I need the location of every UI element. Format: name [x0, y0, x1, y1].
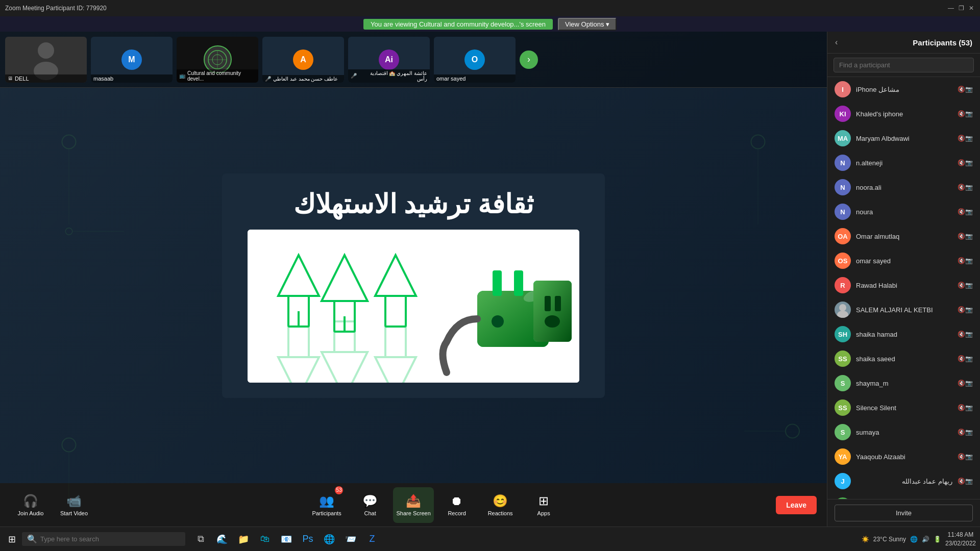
- close-button[interactable]: ✕: [968, 5, 975, 12]
- panel-collapse-button[interactable]: ‹: [835, 38, 838, 47]
- svg-rect-35: [493, 270, 502, 296]
- view-options-button[interactable]: View Options ▾: [558, 18, 617, 31]
- taskbar-app-outlook[interactable]: 📨: [340, 529, 361, 549]
- participant-icons-rawad: 🔇📷: [958, 282, 973, 289]
- participant-icons-nalteneji: 🔇📷: [958, 159, 973, 166]
- taskbar-app-explorer[interactable]: 📁: [233, 529, 254, 549]
- participant-name-yaaqoub: Yaaqoub Alzaabi: [856, 453, 952, 461]
- self-name-label: DELL: [15, 76, 29, 82]
- participant-item-noura[interactable]: N noura 🔇📷: [827, 199, 980, 224]
- participant-icons-shaikasaeed: 🔇📷: [958, 355, 973, 362]
- restore-button[interactable]: ❐: [958, 5, 965, 12]
- participant-item-reham[interactable]: J ريهام عماد عبدالله 🔇📷: [827, 469, 980, 493]
- svg-rect-40: [533, 281, 572, 342]
- participant-item-yaaqoub[interactable]: YA Yaaqoub Alzaabi 🔇📷: [827, 444, 980, 469]
- taskbar-time: 11:48 AM: [945, 531, 976, 539]
- participants-icon: 👥: [319, 494, 334, 508]
- participant-thumb-aisha: Ai 🎤 عائشة المهري 🏫 اقتصادية رأس: [348, 37, 430, 83]
- participant-item-iphone[interactable]: I iPhone مشاعل 🔇📷: [827, 77, 980, 102]
- minimize-button[interactable]: —: [947, 5, 954, 12]
- thumb-avatar-omar: O: [464, 49, 485, 70]
- participant-item-khaleds[interactable]: KI Khaled's iphone 🔇📷: [827, 102, 980, 126]
- share-screen-button[interactable]: 📤 Share Screen: [393, 487, 434, 523]
- slide-title: ثقافة ترشيد الاستهلاك: [293, 189, 533, 219]
- invite-button[interactable]: Invite: [835, 505, 973, 521]
- thumb-name-cultural: 📺 Cultural and community devel...: [177, 69, 258, 83]
- participant-avatar-nalteneji: N: [835, 155, 851, 171]
- participant-icons-maryam: 🔇📷: [958, 135, 973, 142]
- participant-search-area: [827, 54, 980, 77]
- participant-item-nalteneji[interactable]: N n.alteneji 🔇📷: [827, 151, 980, 175]
- participant-item-aatef[interactable]: E عاطف حسن محمد عبد العاطي 🔇📷: [827, 493, 980, 499]
- taskbar-date: 23/02/2022: [945, 539, 976, 548]
- start-video-button[interactable]: 📹 Start Video: [54, 487, 94, 523]
- taskbar-app-chrome[interactable]: 🌐: [319, 529, 339, 549]
- next-participant-button[interactable]: ›: [520, 51, 538, 69]
- participant-item-omarsayed[interactable]: OS omar sayed 🔇📷: [827, 248, 980, 273]
- participant-item-rawad[interactable]: R Rawad Halabi 🔇📷: [827, 273, 980, 297]
- taskbar-app-edge[interactable]: 🌊: [212, 529, 232, 549]
- participant-item-salem[interactable]: SALEM ALJARI AL KETBI 🔇📷: [827, 297, 980, 322]
- taskbar-app-mail[interactable]: 📧: [276, 529, 297, 549]
- participant-item-nooraali[interactable]: N noora.ali 🔇📷: [827, 175, 980, 199]
- taskbar-app-ps[interactable]: Ps: [298, 529, 318, 549]
- slide-illustration-icon: [248, 230, 579, 383]
- start-video-label: Start Video: [60, 510, 88, 516]
- participant-item-sumaya[interactable]: S sumaya 🔇📷: [827, 420, 980, 444]
- windows-start-button[interactable]: ⊞: [4, 532, 20, 547]
- participant-search-input[interactable]: [834, 58, 974, 72]
- join-audio-icon: 🎧: [23, 494, 38, 508]
- reactions-button[interactable]: 😊 Reactions: [480, 487, 521, 523]
- participant-icons-noura: 🔇📷: [958, 208, 973, 215]
- thumb-label-masaab: masaab: [93, 76, 113, 82]
- participant-item-omaralmutlaq[interactable]: OA Omar almutlaq 🔇📷: [827, 224, 980, 248]
- participant-item-silence[interactable]: SS Silence Silent 🔇📷: [827, 395, 980, 420]
- taskbar-app-store[interactable]: 🛍: [255, 529, 275, 549]
- thumb-label-cultural: Cultural and community devel...: [187, 70, 256, 82]
- thumb-name-masaab: masaab: [91, 74, 173, 83]
- participant-icons-shayma: 🔇📷: [958, 380, 973, 387]
- participant-name-shaikahamad: shaika hamad: [856, 331, 952, 338]
- self-name-bar: 🖥 DELL: [5, 74, 87, 83]
- taskbar-search-input[interactable]: [40, 535, 180, 543]
- participant-icons-silence: 🔇📷: [958, 404, 973, 411]
- participant-thumb-aatef: A 🎤 عاطف حسن محمد عبد العاطي: [262, 37, 344, 83]
- taskbar-weather: 23°C Sunny: [873, 536, 906, 543]
- participant-name-omarsayed: omar sayed: [856, 257, 952, 265]
- share-screen-icon: 📤: [406, 494, 421, 508]
- participant-item-shayma[interactable]: S shayma_m 🔇📷: [827, 371, 980, 395]
- presentation-slide: ثقافة ترشيد الاستهلاك: [222, 173, 605, 398]
- participant-name-reham: ريهام عماد عبدالله: [856, 478, 952, 485]
- sharing-text: You are viewing Cultural and community d…: [363, 19, 553, 30]
- participants-label: Participants: [312, 510, 341, 516]
- participant-name-silence: Silence Silent: [856, 404, 952, 412]
- participant-avatar-maryam: MA: [835, 130, 851, 146]
- participant-icons-shaikahamad: 🔇📷: [958, 331, 973, 338]
- thumb-avatar-aatef: A: [293, 49, 313, 70]
- participant-item-maryam[interactable]: MA Maryam Albdwawi 🔇📷: [827, 126, 980, 151]
- mic-icon-sm-aisha: 🎤: [351, 73, 357, 79]
- participant-name-sumaya: sumaya: [856, 429, 952, 436]
- participant-icons-reham: 🔇📷: [958, 478, 973, 485]
- participant-name-nalteneji: n.alteneji: [856, 159, 952, 167]
- participant-item-shaikahamad[interactable]: SH shaika hamad 🔇📷: [827, 322, 980, 346]
- apps-button[interactable]: ⊞ Apps: [523, 487, 564, 523]
- thumb-name-aisha: 🎤 عائشة المهري 🏫 اقتصادية رأس: [348, 69, 430, 83]
- toolbar-right: Leave: [776, 496, 817, 514]
- participant-item-shaikasaeed[interactable]: SS shaika saeed 🔇📷: [827, 346, 980, 371]
- record-label: Record: [448, 510, 465, 516]
- participant-avatar-reham: J: [835, 473, 851, 489]
- participant-name-omaralmutlaq: Omar almutlaq: [856, 233, 952, 240]
- sharing-banner: You are viewing Cultural and community d…: [0, 16, 980, 32]
- participant-name-noura: noura: [856, 208, 952, 216]
- leave-button[interactable]: Leave: [776, 496, 817, 514]
- participant-name-maryam: Maryam Albdwawi: [856, 135, 952, 142]
- participant-icons-salem: 🔇📷: [958, 306, 973, 313]
- taskbar-app-taskview[interactable]: ⧉: [190, 529, 211, 549]
- join-audio-button[interactable]: 🎧 Join Audio: [10, 487, 51, 523]
- participant-avatar-rawad: R: [835, 277, 851, 293]
- participants-bar: 🖥 DELL M masaab: [0, 32, 827, 88]
- taskbar-app-zoom[interactable]: Z: [362, 529, 382, 549]
- chat-button[interactable]: 💬 Chat: [350, 487, 390, 523]
- record-button[interactable]: ⏺ Record: [436, 487, 477, 523]
